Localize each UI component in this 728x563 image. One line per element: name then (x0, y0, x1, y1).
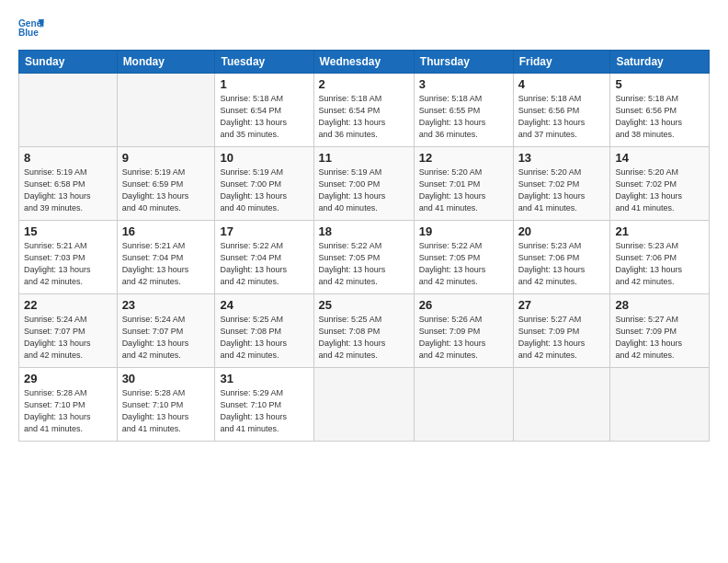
day-number: 26 (419, 298, 508, 312)
day-number: 8 (24, 151, 112, 165)
day-info: Sunrise: 5:28 AMSunset: 7:10 PMDaylight:… (122, 388, 189, 433)
calendar-header-thursday: Thursday (414, 51, 513, 74)
day-number: 1 (220, 77, 308, 91)
calendar-cell: 28 Sunrise: 5:27 AMSunset: 7:09 PMDaylig… (610, 294, 710, 368)
calendar-cell: 4 Sunrise: 5:18 AMSunset: 6:56 PMDayligh… (513, 74, 610, 147)
calendar-cell: 16 Sunrise: 5:21 AMSunset: 7:04 PMDaylig… (117, 221, 215, 294)
calendar-cell (610, 368, 710, 442)
day-number: 4 (518, 77, 606, 91)
day-info: Sunrise: 5:28 AMSunset: 7:10 PMDaylight:… (24, 388, 91, 433)
logo: General Blue (18, 17, 44, 42)
day-info: Sunrise: 5:22 AMSunset: 7:04 PMDaylight:… (220, 241, 287, 286)
day-number: 10 (220, 151, 308, 165)
day-number: 22 (24, 298, 112, 312)
day-info: Sunrise: 5:18 AMSunset: 6:55 PMDaylight:… (419, 94, 486, 139)
calendar-cell: 3 Sunrise: 5:18 AMSunset: 6:55 PMDayligh… (414, 74, 513, 147)
calendar-cell: 24 Sunrise: 5:25 AMSunset: 7:08 PMDaylig… (215, 294, 313, 368)
day-number: 20 (518, 224, 606, 238)
calendar-cell: 18 Sunrise: 5:22 AMSunset: 7:05 PMDaylig… (313, 221, 414, 294)
day-info: Sunrise: 5:24 AMSunset: 7:07 PMDaylight:… (122, 315, 189, 360)
calendar-cell: 13 Sunrise: 5:20 AMSunset: 7:02 PMDaylig… (513, 147, 610, 221)
calendar-cell: 23 Sunrise: 5:24 AMSunset: 7:07 PMDaylig… (117, 294, 215, 368)
calendar-cell (313, 368, 414, 442)
calendar-cell: 25 Sunrise: 5:25 AMSunset: 7:08 PMDaylig… (313, 294, 414, 368)
day-info: Sunrise: 5:23 AMSunset: 7:06 PMDaylight:… (518, 241, 586, 286)
day-info: Sunrise: 5:25 AMSunset: 7:08 PMDaylight:… (319, 315, 386, 360)
calendar-table: SundayMondayTuesdayWednesdayThursdayFrid… (18, 50, 710, 442)
calendar-header-tuesday: Tuesday (215, 51, 313, 74)
calendar-cell: 19 Sunrise: 5:22 AMSunset: 7:05 PMDaylig… (414, 221, 513, 294)
day-info: Sunrise: 5:19 AMSunset: 6:58 PMDaylight:… (24, 167, 91, 213)
day-number: 16 (122, 224, 210, 238)
day-number: 29 (24, 372, 112, 385)
day-number: 31 (220, 372, 308, 385)
calendar-week-3: 22 Sunrise: 5:24 AMSunset: 7:07 PMDaylig… (19, 294, 710, 368)
svg-text:Blue: Blue (18, 28, 39, 38)
day-info: Sunrise: 5:23 AMSunset: 7:06 PMDaylight:… (615, 241, 682, 286)
calendar-cell: 26 Sunrise: 5:26 AMSunset: 7:09 PMDaylig… (414, 294, 513, 368)
day-info: Sunrise: 5:20 AMSunset: 7:02 PMDaylight:… (615, 167, 682, 213)
calendar-header-wednesday: Wednesday (313, 51, 414, 74)
calendar-week-4: 29 Sunrise: 5:28 AMSunset: 7:10 PMDaylig… (19, 368, 710, 442)
day-info: Sunrise: 5:26 AMSunset: 7:09 PMDaylight:… (419, 315, 486, 360)
day-info: Sunrise: 5:21 AMSunset: 7:03 PMDaylight:… (24, 241, 91, 286)
day-number: 21 (615, 224, 704, 238)
day-info: Sunrise: 5:19 AMSunset: 6:59 PMDaylight:… (122, 167, 189, 213)
calendar-cell: 8 Sunrise: 5:19 AMSunset: 6:58 PMDayligh… (19, 147, 118, 221)
calendar-cell: 9 Sunrise: 5:19 AMSunset: 6:59 PMDayligh… (117, 147, 215, 221)
day-info: Sunrise: 5:25 AMSunset: 7:08 PMDaylight:… (220, 315, 287, 360)
calendar-cell: 31 Sunrise: 5:29 AMSunset: 7:10 PMDaylig… (215, 368, 313, 442)
calendar-cell: 20 Sunrise: 5:23 AMSunset: 7:06 PMDaylig… (513, 221, 610, 294)
calendar-cell: 27 Sunrise: 5:27 AMSunset: 7:09 PMDaylig… (513, 294, 610, 368)
calendar-cell: 2 Sunrise: 5:18 AMSunset: 6:54 PMDayligh… (313, 74, 414, 147)
day-number: 19 (419, 224, 508, 238)
day-info: Sunrise: 5:18 AMSunset: 6:54 PMDaylight:… (319, 94, 386, 139)
header: General Blue (18, 17, 710, 42)
day-info: Sunrise: 5:24 AMSunset: 7:07 PMDaylight:… (24, 315, 91, 360)
calendar-week-0: 1 Sunrise: 5:18 AMSunset: 6:54 PMDayligh… (19, 74, 710, 147)
calendar-cell: 22 Sunrise: 5:24 AMSunset: 7:07 PMDaylig… (19, 294, 118, 368)
day-info: Sunrise: 5:18 AMSunset: 6:54 PMDaylight:… (220, 94, 287, 139)
calendar-cell: 1 Sunrise: 5:18 AMSunset: 6:54 PMDayligh… (215, 74, 313, 147)
day-info: Sunrise: 5:29 AMSunset: 7:10 PMDaylight:… (220, 388, 287, 433)
day-number: 17 (220, 224, 308, 238)
calendar-header-row: SundayMondayTuesdayWednesdayThursdayFrid… (19, 51, 710, 74)
day-info: Sunrise: 5:18 AMSunset: 6:56 PMDaylight:… (518, 94, 586, 139)
day-number: 9 (122, 151, 210, 165)
day-number: 24 (220, 298, 308, 312)
day-info: Sunrise: 5:22 AMSunset: 7:05 PMDaylight:… (419, 241, 486, 286)
calendar-cell: 17 Sunrise: 5:22 AMSunset: 7:04 PMDaylig… (215, 221, 313, 294)
page: General Blue SundayMondayTuesdayWednesda… (0, 0, 728, 563)
day-number: 2 (319, 77, 409, 91)
day-number: 15 (24, 224, 112, 238)
day-number: 30 (122, 372, 210, 385)
calendar-cell: 10 Sunrise: 5:19 AMSunset: 7:00 PMDaylig… (215, 147, 313, 221)
day-info: Sunrise: 5:27 AMSunset: 7:09 PMDaylight:… (518, 315, 586, 360)
day-info: Sunrise: 5:18 AMSunset: 6:56 PMDaylight:… (615, 94, 682, 139)
day-number: 12 (419, 151, 508, 165)
day-number: 3 (419, 77, 508, 91)
calendar-cell (414, 368, 513, 442)
calendar-cell (19, 74, 118, 147)
day-number: 13 (518, 151, 606, 165)
calendar-cell: 15 Sunrise: 5:21 AMSunset: 7:03 PMDaylig… (19, 221, 118, 294)
day-info: Sunrise: 5:19 AMSunset: 7:00 PMDaylight:… (319, 167, 386, 213)
calendar-cell (513, 368, 610, 442)
day-number: 27 (518, 298, 606, 312)
calendar-header-friday: Friday (513, 51, 610, 74)
day-number: 28 (615, 298, 704, 312)
day-number: 11 (319, 151, 409, 165)
day-number: 18 (319, 224, 409, 238)
calendar-header-sunday: Sunday (19, 51, 118, 74)
day-info: Sunrise: 5:22 AMSunset: 7:05 PMDaylight:… (319, 241, 386, 286)
calendar-cell (117, 74, 215, 147)
day-info: Sunrise: 5:21 AMSunset: 7:04 PMDaylight:… (122, 241, 189, 286)
day-number: 23 (122, 298, 210, 312)
calendar-cell: 21 Sunrise: 5:23 AMSunset: 7:06 PMDaylig… (610, 221, 710, 294)
logo-icon: General Blue (18, 17, 44, 42)
calendar-cell: 30 Sunrise: 5:28 AMSunset: 7:10 PMDaylig… (117, 368, 215, 442)
calendar-cell: 14 Sunrise: 5:20 AMSunset: 7:02 PMDaylig… (610, 147, 710, 221)
calendar-cell: 12 Sunrise: 5:20 AMSunset: 7:01 PMDaylig… (414, 147, 513, 221)
day-info: Sunrise: 5:20 AMSunset: 7:02 PMDaylight:… (518, 167, 586, 213)
calendar-week-2: 15 Sunrise: 5:21 AMSunset: 7:03 PMDaylig… (19, 221, 710, 294)
